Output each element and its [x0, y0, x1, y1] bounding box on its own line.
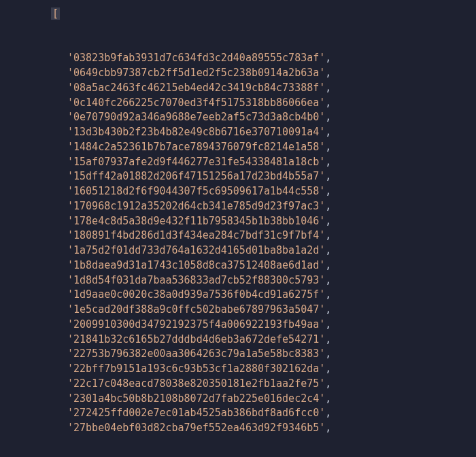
- hash-list: '03823b9fab3931d7c634fd3c2d40a89555c783a…: [51, 51, 476, 436]
- hash-item: '27bbe04ebf03d82cba79ef552ea463d92f9346b…: [67, 421, 476, 436]
- hash-item: '0e70790d92a346a9688e7eeb2af5c73d3a8cb4b…: [67, 110, 476, 125]
- hash-item: '2301a4bc50b8b2108b8072d7fab225e016dec2c…: [67, 392, 476, 407]
- hash-item: '15dff42a01882d206f47151256a17d23bd4b55a…: [67, 169, 476, 184]
- hash-item: '2009910300d34792192375f4a006922193fb49a…: [67, 318, 476, 333]
- hash-item: '15af07937afe2d9f446277e31fe54338481a18c…: [67, 155, 476, 170]
- hash-item: '0c140fc266225c7070ed3f4f5175318bb86066e…: [67, 96, 476, 111]
- hash-item: '1d8d54f031da7baa536833ad7cb52f88300c579…: [67, 273, 476, 288]
- hash-item: '08a5ac2463fc46215eb4ed42c3419cb84c73388…: [67, 81, 476, 96]
- open-bracket: [: [51, 7, 60, 22]
- hash-item: '22bff7b9151a193c6c93b53cf1a2880f302162d…: [67, 362, 476, 377]
- hash-item: '21841b32c6165b27dddbd4d6eb3a672defe5427…: [67, 333, 476, 348]
- hash-item: '1484c2a52361b7b7ace7894376079fc8214e1a5…: [67, 140, 476, 155]
- hash-item: '272425ffd002e7ec01ab4525ab386bdf8ad6fcc…: [67, 406, 476, 421]
- hash-item: '170968c1912a35202d64cb341e785d9d23f97ac…: [67, 199, 476, 214]
- hash-item: '1e5cad20df388a9c0ffc502babe67897963a504…: [67, 303, 476, 318]
- hash-item: '1a75d2f01dd733d764a1632d4165d01ba8ba1a2…: [67, 243, 476, 258]
- hash-item: '16051218d2f6f9044307f5c69509617a1b44c55…: [67, 184, 476, 199]
- hash-item: '1b8daea9d31a1743c1058d8ca37512408ae6d1a…: [67, 258, 476, 273]
- hash-item: '1d9aae0c0020c38a0d939a7536f0b4cd91a6275…: [67, 288, 476, 303]
- hash-item: '22c17c048eacd78038e820350181e2fb1aa2fe7…: [67, 377, 476, 392]
- hash-item: '180891f4bd286d1d3f434ea284c7bdf31c9f7bf…: [67, 228, 476, 243]
- hash-item: '13d3b430b2f23b4b82e49c8b6716e370710091a…: [67, 125, 476, 140]
- hash-item: '178e4c8d5a38d9e432f11b7958345b1b38bb104…: [67, 214, 476, 229]
- hash-item: '22753b796382e00aa3064263c79a1a5e58bc838…: [67, 347, 476, 362]
- code-block: [ '03823b9fab3931d7c634fd3c2d40a89555c78…: [0, 7, 476, 451]
- hash-item: '0649cbb97387cb2ff5d1ed2f5c238b0914a2b63…: [67, 66, 476, 81]
- hash-item: '03823b9fab3931d7c634fd3c2d40a89555c783a…: [67, 51, 476, 66]
